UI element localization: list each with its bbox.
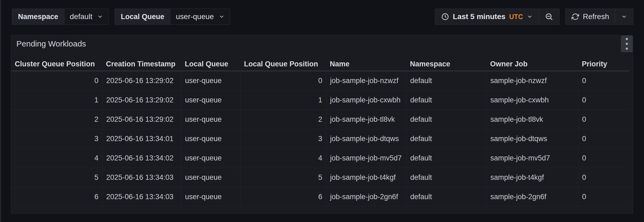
table-header-row: Cluster Queue PositionCreation Timestamp… xyxy=(11,57,629,71)
variable-local-queue-label: Local Queue xyxy=(115,9,170,24)
time-picker-group: Last 5 minutes UTC xyxy=(435,9,559,25)
table-cell: job-sample-job-mv5d7 xyxy=(326,149,406,168)
table-cell: 4 xyxy=(11,149,102,168)
table-cell: 6 xyxy=(240,187,326,206)
workloads-table: Cluster Queue PositionCreation Timestamp… xyxy=(11,57,629,207)
dashboard-toolbar: Namespace default Local Queue user-queue… xyxy=(12,9,633,25)
table-cell: 0 xyxy=(578,71,629,90)
table-row: 62025-06-16 13:34:03user-queue6job-sampl… xyxy=(11,187,629,207)
table-cell: sample-job-dtqws xyxy=(486,129,578,148)
table-row: 02025-06-16 13:29:02user-queue0job-sampl… xyxy=(11,71,629,91)
table-cell: default xyxy=(406,129,486,148)
chevron-down-icon xyxy=(527,14,533,20)
chevron-down-icon xyxy=(97,14,103,20)
variable-namespace-select[interactable]: default xyxy=(64,9,108,24)
table-cell: user-queue xyxy=(181,71,240,90)
table-cell: 2025-06-16 13:29:02 xyxy=(102,71,181,90)
table-cell: user-queue xyxy=(181,91,240,110)
zoom-out-icon xyxy=(545,12,553,21)
table-cell: 0 xyxy=(578,187,629,206)
refresh-icon xyxy=(572,13,579,20)
column-header[interactable]: Creation Timestamp xyxy=(102,57,181,71)
refresh-interval-button[interactable] xyxy=(615,9,633,24)
table-cell: default xyxy=(406,110,486,129)
table-cell: default xyxy=(406,71,486,90)
table-body: 02025-06-16 13:29:02user-queue0job-sampl… xyxy=(11,71,629,207)
clock-icon xyxy=(441,13,449,21)
table-cell: 0 xyxy=(578,129,629,148)
chevron-down-icon xyxy=(621,14,627,20)
table-cell: user-queue xyxy=(181,149,240,168)
table-cell: 2 xyxy=(11,110,102,129)
table-row: 12025-06-16 13:29:02user-queue1job-sampl… xyxy=(11,91,629,110)
chevron-down-icon xyxy=(219,14,225,20)
table-cell: user-queue xyxy=(181,110,240,129)
column-header[interactable]: Namespace xyxy=(406,57,486,71)
time-range-button[interactable]: Last 5 minutes UTC xyxy=(435,9,539,24)
table-cell: 0 xyxy=(578,149,629,168)
table-row: 52025-06-16 13:34:03user-queue5job-sampl… xyxy=(11,168,629,187)
table-cell: user-queue xyxy=(181,168,240,187)
variable-local-queue-value: user-queue xyxy=(176,12,214,21)
variable-namespace-label: Namespace xyxy=(12,9,64,24)
table-cell: 2025-06-16 13:34:03 xyxy=(102,187,181,206)
panel-menu-button[interactable] xyxy=(621,35,633,52)
table-cell: job-sample-job-t4kgf xyxy=(326,168,406,187)
table-cell: job-sample-job-nzwzf xyxy=(326,71,406,90)
table-cell: 3 xyxy=(240,129,326,148)
refresh-button[interactable]: Refresh xyxy=(566,9,615,24)
column-header[interactable]: Local Queue xyxy=(181,57,240,71)
table-cell: default xyxy=(406,91,486,110)
table-cell: default xyxy=(406,149,486,168)
table-cell: default xyxy=(406,187,486,206)
variable-namespace: Namespace default xyxy=(12,9,109,25)
table-cell: job-sample-job-2gn6f xyxy=(326,187,406,206)
column-header[interactable]: Owner Job xyxy=(486,57,578,71)
table-cell: 4 xyxy=(240,149,326,168)
refresh-group: Refresh xyxy=(565,9,633,25)
column-header[interactable]: Priority xyxy=(578,57,629,71)
table-cell: sample-job-tl8vk xyxy=(486,110,578,129)
table-cell: 1 xyxy=(11,91,102,110)
variable-local-queue: Local Queue user-queue xyxy=(115,9,230,25)
table-cell: 0 xyxy=(11,71,102,90)
variable-local-queue-select[interactable]: user-queue xyxy=(170,9,230,24)
zoom-out-time-button[interactable] xyxy=(539,9,559,24)
table-cell: sample-job-mv5d7 xyxy=(486,149,578,168)
table-cell: sample-job-cxwbh xyxy=(486,91,578,110)
table-cell: 2 xyxy=(240,110,326,129)
refresh-label: Refresh xyxy=(583,12,609,21)
table-cell: 2025-06-16 13:29:02 xyxy=(102,91,181,110)
table-cell: 2025-06-16 13:34:03 xyxy=(102,168,181,187)
column-header[interactable]: Cluster Queue Position xyxy=(11,57,102,71)
table-cell: job-sample-job-cxwbh xyxy=(326,91,406,110)
table-cell: 0 xyxy=(240,71,326,90)
panel-title[interactable]: Pending Workloads xyxy=(16,39,86,48)
table-cell: 2025-06-16 13:34:02 xyxy=(102,149,181,168)
table-cell: default xyxy=(406,168,486,187)
table-row: 42025-06-16 13:34:02user-queue4job-sampl… xyxy=(11,149,629,168)
panel-header: Pending Workloads xyxy=(11,35,633,52)
column-header[interactable]: Name xyxy=(326,57,406,71)
table-cell: sample-job-t4kgf xyxy=(486,168,578,187)
timezone-badge: UTC xyxy=(509,13,523,21)
table-cell: user-queue xyxy=(181,187,240,206)
table-cell: 1 xyxy=(240,91,326,110)
kebab-menu-icon xyxy=(626,38,628,50)
table-cell: 0 xyxy=(578,110,629,129)
table-cell: 5 xyxy=(240,168,326,187)
variable-namespace-value: default xyxy=(70,12,92,21)
time-range-label: Last 5 minutes xyxy=(453,12,506,21)
table-cell: sample-job-nzwzf xyxy=(486,71,578,90)
pending-workloads-panel: Pending Workloads Cluster Queue Position… xyxy=(11,35,633,214)
table-cell: 3 xyxy=(11,129,102,148)
table-cell: 2025-06-16 13:29:02 xyxy=(102,110,181,129)
column-header[interactable]: Local Queue Position xyxy=(240,57,326,71)
table-row: 22025-06-16 13:29:02user-queue2job-sampl… xyxy=(11,110,629,129)
table-cell: 0 xyxy=(578,91,629,110)
viewport-edge xyxy=(0,0,1,222)
table-cell: 0 xyxy=(578,168,629,187)
table-row: 32025-06-16 13:34:01user-queue3job-sampl… xyxy=(11,129,629,149)
table-cell: 2025-06-16 13:34:01 xyxy=(102,129,181,148)
table-cell: 6 xyxy=(11,187,102,206)
